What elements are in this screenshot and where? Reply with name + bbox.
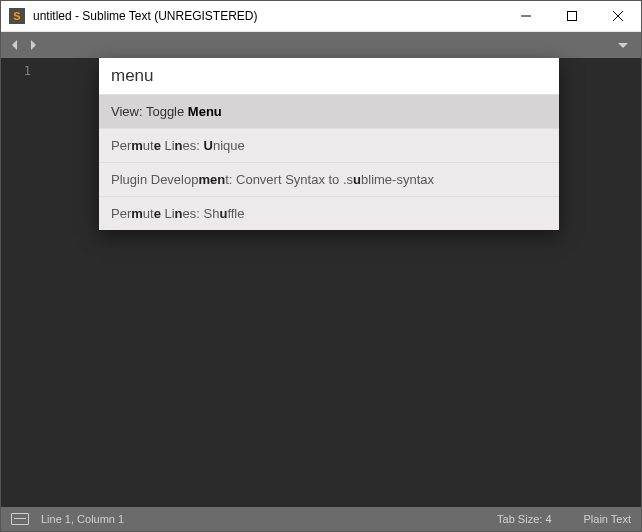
panel-switcher-icon[interactable] [11, 513, 29, 525]
tabstrip [1, 32, 641, 58]
statusbar: Line 1, Column 1 Tab Size: 4 Plain Text [1, 507, 641, 531]
line-number: 1 [1, 64, 31, 78]
app-icon: S [9, 8, 25, 24]
command-palette-input[interactable] [111, 66, 547, 86]
command-palette: View: Toggle Menu Permute Lines: Unique … [99, 58, 559, 230]
maximize-button[interactable] [549, 1, 595, 31]
palette-item[interactable]: Permute Lines: Shuffle [99, 196, 559, 230]
palette-item[interactable]: View: Toggle Menu [99, 94, 559, 128]
editor-area: 1 View: Toggle Menu Permute Lines: Uniqu… [1, 58, 641, 507]
window-title: untitled - Sublime Text (UNREGISTERED) [33, 9, 258, 23]
palette-item[interactable]: Plugin Development: Convert Syntax to .s… [99, 162, 559, 196]
minimize-button[interactable] [503, 1, 549, 31]
status-tab-size[interactable]: Tab Size: 4 [497, 513, 551, 525]
tab-dropdown-icon[interactable] [615, 37, 631, 53]
svg-rect-1 [568, 12, 577, 21]
command-palette-input-wrap [99, 58, 559, 94]
nav-forward-icon[interactable] [25, 37, 41, 53]
status-syntax[interactable]: Plain Text [584, 513, 632, 525]
gutter: 1 [1, 58, 39, 507]
nav-back-icon[interactable] [7, 37, 23, 53]
titlebar: S untitled - Sublime Text (UNREGISTERED) [1, 1, 641, 32]
command-palette-list: View: Toggle Menu Permute Lines: Unique … [99, 94, 559, 230]
status-position[interactable]: Line 1, Column 1 [41, 513, 124, 525]
close-button[interactable] [595, 1, 641, 31]
palette-item[interactable]: Permute Lines: Unique [99, 128, 559, 162]
